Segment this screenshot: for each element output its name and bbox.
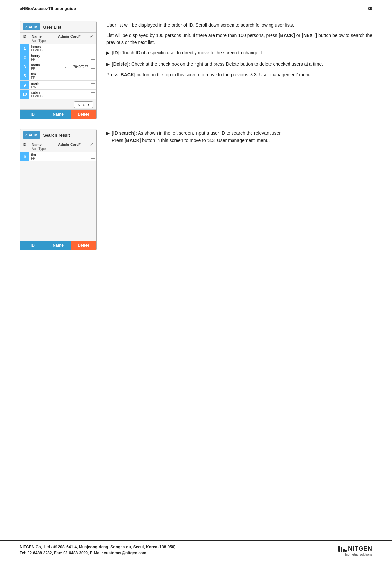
user-name: james: [31, 45, 57, 48]
screen2-header-line1: ID Name Admin Card# ✓: [20, 141, 96, 147]
page-footer: NITGEN Co,. Ltd / #1208 ,641-4, Munjeong…: [0, 540, 392, 561]
screen1-back-button[interactable]: BACK: [23, 23, 40, 30]
content-area: BACK User List ID Name Admin Card# ✓ Aut…: [0, 14, 392, 260]
user-details: cabin FPorFC: [29, 90, 59, 99]
screen2-toolbar-name-button[interactable]: Name: [46, 241, 71, 250]
checkmark-icon: ✓: [90, 34, 94, 39]
table-row[interactable]: 5 tim FP: [20, 71, 96, 81]
screen1-col-check: ✓: [88, 34, 94, 39]
next-button[interactable]: NEXT: [74, 101, 93, 108]
text-para-2a: List will be displayed by 100 persons un…: [106, 33, 279, 38]
user-authtype: FP: [31, 58, 57, 61]
user-admin: [59, 81, 72, 89]
screen2-toolbar-id-button[interactable]: ID: [20, 241, 46, 250]
screen2-col-id: ID: [23, 143, 32, 146]
user-authtype: FP: [31, 157, 57, 160]
user-authtype: FP: [31, 67, 57, 70]
screen2-back-button[interactable]: BACK: [23, 131, 40, 139]
checkmark-icon-2: ✓: [90, 142, 94, 147]
table-row[interactable]: 2 henry FP: [20, 53, 96, 62]
user-admin: [59, 152, 72, 161]
screen2-toolbar-delete-button[interactable]: Delete: [71, 241, 96, 250]
user-checkbox[interactable]: [90, 44, 96, 53]
user-name: cabin: [31, 90, 57, 94]
user-details: tim FP: [29, 71, 59, 80]
screen1-topbar: BACK User List: [20, 21, 96, 33]
logo-text: NITGEN: [348, 545, 372, 552]
bullet-id-search: ▶ [ID search]: As shown in the left scre…: [106, 130, 372, 144]
screen2-col-admin: Admin: [58, 143, 70, 146]
screen2-col-check: ✓: [88, 142, 94, 147]
user-checkbox[interactable]: [90, 152, 96, 161]
user-name: mark: [31, 81, 57, 85]
doc-title: eNBioAccess-T9 user guide: [20, 6, 76, 11]
screen1-title: User List: [43, 25, 61, 29]
screen1-user-list: 1 james FPorFC 2 henry FP: [20, 44, 96, 99]
user-admin: [59, 53, 72, 62]
triangle-icon-1: ▶: [106, 50, 110, 56]
user-checkbox[interactable]: [90, 81, 96, 89]
screen1-col-name: Name: [32, 34, 58, 38]
text-para-1: User list will be displayed in the order…: [106, 22, 372, 29]
table-row[interactable]: 9 mark PW: [20, 81, 96, 90]
text-para-2b: or: [295, 33, 302, 38]
user-name: tim: [31, 72, 57, 76]
user-id-badge: 9: [20, 81, 29, 89]
screen1-bottom-toolbar: ID Name Delete: [20, 109, 96, 119]
screen2-bottom-toolbar: ID Name Delete: [20, 241, 96, 250]
row-section-1: BACK User List ID Name Admin Card# ✓ Aut…: [20, 21, 372, 119]
user-checkbox[interactable]: [90, 53, 96, 62]
footer-line1: NITGEN Co,. Ltd / #1208 ,641-4, Munjeong…: [20, 544, 175, 550]
user-authtype: FPorFC: [31, 48, 57, 52]
user-name: henry: [31, 54, 57, 58]
logo-stripes-icon: [338, 546, 347, 552]
bullet-id-search-text: [ID search]: As shown in the left screen…: [112, 130, 282, 144]
toolbar-name-button[interactable]: Name: [46, 110, 71, 119]
footer-line2: Tel: 02-6488-3232, Fax: 02-6488-3099, E-…: [20, 550, 175, 556]
page-number: 39: [368, 6, 372, 11]
text-para-2: List will be displayed by 100 persons un…: [106, 32, 372, 46]
user-details: henry FP: [29, 53, 59, 62]
user-checkbox[interactable]: [90, 62, 96, 71]
toolbar-id-button[interactable]: ID: [20, 110, 46, 119]
table-row[interactable]: 5 tim FP: [20, 152, 96, 161]
toolbar-delete-button[interactable]: Delete: [71, 110, 96, 119]
device-screen-1: BACK User List ID Name Admin Card# ✓ Aut…: [20, 21, 97, 119]
screen2-title: Search result: [43, 133, 70, 138]
user-cardnum: [72, 71, 90, 80]
stripe-2: [341, 547, 342, 552]
table-row[interactable]: 3 matin FP V 7940E027: [20, 62, 96, 71]
user-name: matin: [31, 63, 57, 67]
user-details: matin FP: [29, 62, 59, 71]
user-authtype: FP: [31, 76, 57, 80]
user-id-badge: 3: [20, 62, 29, 71]
user-admin: [59, 44, 72, 53]
user-id-badge: 5: [20, 71, 29, 80]
table-row[interactable]: 1 james FPorFC: [20, 44, 96, 53]
footer-text: NITGEN Co,. Ltd / #1208 ,641-4, Munjeong…: [20, 544, 175, 556]
screen2-table-header: ID Name Admin Card# ✓ AuthType: [20, 141, 96, 152]
user-checkbox[interactable]: [90, 71, 96, 80]
user-id-badge: 10: [20, 90, 29, 99]
user-details: tim FP: [29, 152, 59, 161]
table-row[interactable]: 10 cabin FPorFC: [20, 90, 96, 99]
back-bold-1: [BACK]: [279, 33, 295, 38]
user-cardnum: 7940E027: [72, 62, 90, 71]
stripe-4: [345, 550, 347, 552]
stripe-3: [343, 549, 345, 552]
screen1-table-header: ID Name Admin Card# ✓ AuthType: [20, 33, 96, 44]
user-id-badge: 1: [20, 44, 29, 53]
user-authtype: FPorFC: [31, 94, 57, 98]
user-checkbox[interactable]: [90, 90, 96, 99]
user-cardnum: [72, 81, 90, 89]
device-screen-2: BACK Search result ID Name Admin Card# ✓…: [20, 129, 97, 250]
user-details: james FPorFC: [29, 44, 59, 53]
screen2-col-name: Name: [32, 143, 58, 146]
user-id-badge: 5: [20, 152, 29, 161]
screen1-header-authtype: AuthType: [20, 39, 96, 44]
screen1-header-line1: ID Name Admin Card# ✓: [20, 33, 96, 39]
logo-sub-text: biometric solutions: [345, 553, 372, 556]
screen2-user-list: 5 tim FP: [20, 152, 96, 241]
user-authtype: PW: [31, 85, 57, 89]
screen2-topbar: BACK Search result: [20, 129, 96, 141]
